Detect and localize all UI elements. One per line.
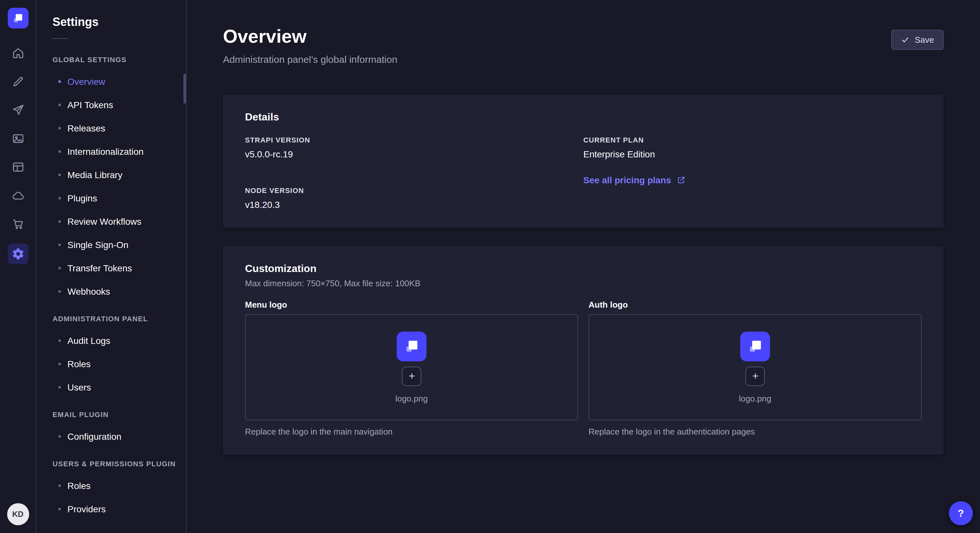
section-list: Audit Logs Roles Users xyxy=(36,329,186,399)
auth-logo-hint: Replace the logo in the authentication p… xyxy=(589,427,922,436)
bullet-dot xyxy=(58,174,61,176)
sidebar-item-admin-roles[interactable]: Roles xyxy=(36,352,186,376)
section-users-permissions-plugin: USERS & PERMISSIONS PLUGIN Roles Provide… xyxy=(36,460,186,521)
menu-logo-label: Menu logo xyxy=(245,300,578,309)
auth-logo-dropzone[interactable]: logo.png xyxy=(589,314,922,420)
pricing-plans-link-label: See all pricing plans xyxy=(583,175,671,185)
layout-icon[interactable] xyxy=(9,158,27,176)
change-auth-logo-button[interactable] xyxy=(745,366,765,385)
sidebar-item-admin-users[interactable]: Users xyxy=(36,376,186,399)
sidebar-item-audit-logs[interactable]: Audit Logs xyxy=(36,329,186,352)
sidebar-item-label: Transfer Tokens xyxy=(67,263,132,273)
sidebar-item-label: Review Workflows xyxy=(67,216,141,227)
logo-fields-row: Menu logo logo.png Replace the logo in t… xyxy=(245,300,922,436)
section-list: Overview API Tokens Releases Internation… xyxy=(36,70,186,303)
bullet-dot xyxy=(58,220,61,223)
customization-card-title: Customization xyxy=(245,263,922,274)
avatar[interactable]: KD xyxy=(7,503,29,525)
help-button[interactable]: ? xyxy=(949,501,973,525)
auth-logo-preview xyxy=(740,331,770,361)
bullet-dot xyxy=(58,484,61,487)
section-label: GLOBAL SETTINGS xyxy=(52,56,186,63)
menu-logo-filename: logo.png xyxy=(395,393,428,403)
section-list: Configuration xyxy=(36,425,186,448)
home-icon[interactable] xyxy=(9,44,27,62)
sidebar-item-internationalization[interactable]: Internationalization xyxy=(36,140,186,163)
sidebar-item-webhooks[interactable]: Webhooks xyxy=(36,280,186,303)
bullet-dot xyxy=(58,197,61,200)
page-subtitle: Administration panel’s global informatio… xyxy=(223,54,397,65)
node-version-field: NODE VERSION v18.20.3 xyxy=(245,187,583,210)
section-label: ADMINISTRATION PANEL xyxy=(52,315,186,322)
details-right-column: CURRENT PLAN Enterprise Edition See all … xyxy=(583,136,922,210)
section-administration-panel: ADMINISTRATION PANEL Audit Logs Roles Us… xyxy=(36,315,186,399)
strapi-logo[interactable] xyxy=(8,8,28,29)
sidebar-item-api-tokens[interactable]: API Tokens xyxy=(36,93,186,117)
pricing-plans-link[interactable]: See all pricing plans xyxy=(583,175,686,185)
change-menu-logo-button[interactable] xyxy=(402,366,421,385)
sidebar-item-review-workflows[interactable]: Review Workflows xyxy=(36,210,186,233)
section-label: USERS & PERMISSIONS PLUGIN xyxy=(52,460,186,468)
pencil-icon[interactable] xyxy=(9,73,27,90)
bullet-dot xyxy=(58,150,61,153)
sidebar-item-single-sign-on[interactable]: Single Sign-On xyxy=(36,233,186,257)
sidebar-item-label: Providers xyxy=(67,504,106,514)
bullet-dot xyxy=(58,80,61,83)
save-button-label: Save xyxy=(915,35,934,45)
save-button[interactable]: Save xyxy=(891,30,944,50)
sidebar-item-up-providers[interactable]: Providers xyxy=(36,497,186,521)
media-icon[interactable] xyxy=(9,130,27,148)
menu-logo-preview xyxy=(397,331,426,361)
bullet-dot xyxy=(58,508,61,510)
sidebar-item-label: API Tokens xyxy=(67,100,113,110)
sidebar-scrollbar-thumb[interactable] xyxy=(183,74,186,104)
section-global-settings: GLOBAL SETTINGS Overview API Tokens Rele… xyxy=(36,56,186,303)
sidebar-item-plugins[interactable]: Plugins xyxy=(36,187,186,210)
strapi-mark-icon xyxy=(11,12,24,25)
sidebar-item-label: Plugins xyxy=(67,193,97,203)
sidebar-item-transfer-tokens[interactable]: Transfer Tokens xyxy=(36,257,186,280)
main-content: Overview Administration panel’s global i… xyxy=(187,0,980,533)
details-card: Details STRAPI VERSION v5.0.0-rc.19 NODE… xyxy=(223,95,944,228)
external-link-icon xyxy=(677,176,686,185)
gear-icon[interactable] xyxy=(8,244,28,264)
auth-logo-label: Auth logo xyxy=(589,300,922,309)
page-header-text: Overview Administration panel’s global i… xyxy=(223,26,397,65)
cloud-icon[interactable] xyxy=(9,187,27,205)
cart-icon[interactable] xyxy=(9,215,27,233)
sidebar-item-label: Configuration xyxy=(67,431,121,442)
rail-icon-nav xyxy=(8,44,28,264)
sidebar-item-up-roles[interactable]: Roles xyxy=(36,474,186,497)
sidebar-item-label: Roles xyxy=(67,481,91,491)
field-value: v18.20.3 xyxy=(245,200,583,210)
field-value: v5.0.0-rc.19 xyxy=(245,149,583,159)
sidebar-title: Settings xyxy=(52,16,186,29)
menu-logo-dropzone[interactable]: logo.png xyxy=(245,314,578,420)
sidebar-item-label: Users xyxy=(67,382,91,392)
paper-plane-icon[interactable] xyxy=(9,101,27,119)
page-title: Overview xyxy=(223,26,397,47)
settings-sidebar: Settings GLOBAL SETTINGS Overview API To… xyxy=(36,0,187,533)
section-list: Roles Providers xyxy=(36,474,186,521)
sidebar-item-media-library[interactable]: Media Library xyxy=(36,163,186,187)
bullet-dot xyxy=(58,290,61,293)
screen: KD Settings GLOBAL SETTINGS Overview API… xyxy=(0,0,980,533)
app-root: KD Settings GLOBAL SETTINGS Overview API… xyxy=(0,0,980,533)
field-value: Enterprise Edition xyxy=(583,149,922,159)
sidebar-item-label: Single Sign-On xyxy=(67,240,128,250)
sidebar-item-label: Audit Logs xyxy=(67,335,110,346)
sidebar-item-label: Roles xyxy=(67,359,91,369)
bullet-dot xyxy=(58,127,61,130)
sidebar-item-overview[interactable]: Overview xyxy=(36,70,186,93)
details-left-column: STRAPI VERSION v5.0.0-rc.19 NODE VERSION… xyxy=(245,136,583,210)
bullet-dot xyxy=(58,244,61,246)
check-icon xyxy=(901,36,910,44)
sidebar-item-releases[interactable]: Releases xyxy=(36,117,186,140)
sidebar-item-email-configuration[interactable]: Configuration xyxy=(36,425,186,448)
bullet-dot xyxy=(58,435,61,438)
strapi-mark-icon xyxy=(746,338,764,355)
bullet-dot xyxy=(58,363,61,365)
sidebar-item-label: Internationalization xyxy=(67,146,143,157)
field-label: STRAPI VERSION xyxy=(245,136,583,144)
auth-logo-filename: logo.png xyxy=(739,393,771,403)
